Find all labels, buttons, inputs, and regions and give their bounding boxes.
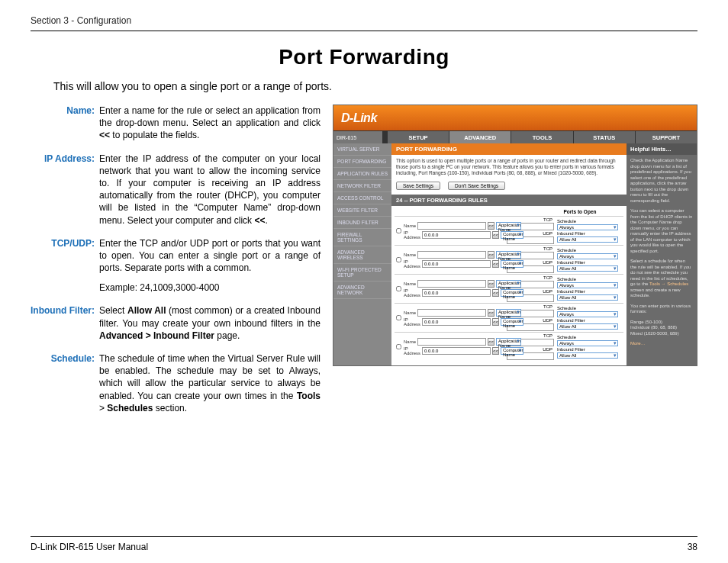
- rule-name-input[interactable]: [417, 251, 486, 259]
- application-name-select[interactable]: Application Name: [496, 280, 521, 288]
- dlink-logo: D-Link: [341, 111, 377, 125]
- application-name-select[interactable]: Application Name: [496, 309, 521, 317]
- comp-copy-button[interactable]: <<: [492, 347, 499, 355]
- sidebar-item-advanced-network[interactable]: ADVANCED NETWORK: [333, 282, 391, 299]
- intro-text: This will allow you to open a single por…: [53, 80, 697, 92]
- schedule-select[interactable]: Always: [557, 311, 618, 317]
- hints-body: Check the Application Name drop down men…: [627, 155, 697, 355]
- dont-save-settings-button[interactable]: Don't Save Settings: [448, 182, 505, 190]
- computer-name-select[interactable]: Computer Name: [501, 347, 523, 355]
- schedule-select[interactable]: Always: [557, 340, 618, 346]
- rule-name-input[interactable]: [417, 222, 486, 230]
- content-row: Name: Enter a name for the rule or selec…: [31, 105, 697, 425]
- section-header: Section 3 - Configuration: [31, 15, 697, 31]
- rule-enable-checkbox[interactable]: [396, 286, 401, 291]
- rules-title: 24 -- PORT FORWARDING RULES: [391, 195, 627, 206]
- rule-name-input[interactable]: [417, 309, 486, 317]
- application-name-select[interactable]: Application Name: [496, 338, 521, 346]
- ip-label: IP Address: [404, 230, 420, 240]
- inbound-filter-select[interactable]: Allow All: [557, 352, 618, 359]
- model-label: DIR-615: [333, 131, 387, 143]
- save-settings-button[interactable]: Save Settings: [396, 182, 440, 190]
- sidebar-item-application-rules[interactable]: APPLICATION RULES: [333, 168, 391, 180]
- rule-row: Name<<Application NameIP Address<<Comput…: [395, 216, 623, 245]
- rule-ip-input[interactable]: [422, 347, 491, 355]
- inbound-filter-select[interactable]: Allow All: [557, 265, 618, 272]
- sidebar-item-port-forwarding[interactable]: PORT FORWARDING: [333, 156, 391, 168]
- sidebar-item-virtual-server[interactable]: VIRTUAL SERVER: [333, 143, 391, 156]
- computer-name-select[interactable]: Computer Name: [501, 318, 523, 326]
- rule-enable-checkbox[interactable]: [396, 257, 401, 262]
- tab-advanced[interactable]: ADVANCED: [449, 131, 511, 143]
- name-label: Name: [404, 282, 416, 286]
- app-copy-button[interactable]: <<: [488, 280, 494, 288]
- inbound-filter-select[interactable]: Allow All: [557, 236, 618, 243]
- ss-nav-row: DIR-615 SETUPADVANCEDTOOLSSTATUSSUPPORT: [333, 131, 697, 143]
- computer-name-select[interactable]: Computer Name: [501, 231, 523, 239]
- inbound-filter-label: Inbound Filter: [557, 289, 618, 294]
- page-title: Port Forwarding: [31, 45, 697, 69]
- tools-schedules-link[interactable]: Tools → Schedules: [649, 282, 688, 286]
- computer-name-select[interactable]: Computer Name: [501, 289, 523, 297]
- def-inbound-label: Inbound Filter:: [31, 304, 99, 342]
- ip-label: IP Address: [404, 288, 420, 298]
- tab-setup[interactable]: SETUP: [387, 131, 449, 143]
- schedule-label: Schedule: [557, 248, 618, 253]
- rule-ip-input[interactable]: [422, 318, 491, 326]
- application-name-select[interactable]: Application Name: [496, 251, 521, 259]
- app-copy-button[interactable]: <<: [488, 309, 494, 317]
- app-copy-button[interactable]: <<: [488, 222, 494, 230]
- rule-row: Name<<Application NameIP Address<<Comput…: [395, 303, 623, 332]
- sidebar-item-network-filter[interactable]: NETWORK FILTER: [333, 180, 391, 192]
- schedule-select[interactable]: Always: [557, 253, 618, 259]
- footer-manual: D-Link DIR-615 User Manual: [31, 542, 148, 552]
- sidebar-item-access-control[interactable]: ACCESS CONTROL: [333, 192, 391, 204]
- application-name-select[interactable]: Application Name: [496, 222, 521, 230]
- hints-p2: You can select a computer from the list …: [630, 208, 693, 254]
- rule-name-input[interactable]: [417, 280, 486, 288]
- inbound-filter-select[interactable]: Allow All: [557, 294, 618, 301]
- comp-copy-button[interactable]: <<: [492, 260, 499, 268]
- comp-copy-button[interactable]: <<: [492, 289, 499, 297]
- tab-tools[interactable]: TOOLS: [511, 131, 572, 143]
- rule-enable-checkbox[interactable]: [396, 228, 401, 233]
- tab-status[interactable]: STATUS: [573, 131, 635, 143]
- app-copy-button[interactable]: <<: [488, 251, 494, 259]
- inbound-filter-label: Inbound Filter: [557, 347, 618, 352]
- sidebar-item-inbound-filter[interactable]: INBOUND FILTER: [333, 217, 391, 229]
- rule-enable-checkbox[interactable]: [396, 315, 401, 320]
- sidebar-item-wi-fi-protected-setup[interactable]: WI-FI PROTECTED SETUP: [333, 264, 391, 282]
- rule-ip-input[interactable]: [422, 289, 491, 297]
- footer-page: 38: [688, 542, 697, 552]
- rule-enable-checkbox[interactable]: [396, 344, 401, 349]
- hints-p3: Select a schedule for when the rule will…: [630, 259, 693, 299]
- app-copy-button[interactable]: <<: [488, 338, 494, 346]
- hints-p4: You can enter ports in various formats:: [630, 304, 693, 315]
- panel-desc: This option is used to open multiple por…: [391, 155, 627, 179]
- schedule-select[interactable]: Always: [557, 224, 618, 230]
- inbound-filter-select[interactable]: Allow All: [557, 323, 618, 330]
- name-label: Name: [404, 310, 416, 315]
- def-inbound-body: Select Allow All (most common) or a crea…: [99, 304, 321, 342]
- sidebar-item-website-filter[interactable]: WEBSITE FILTER: [333, 204, 391, 217]
- def-name-body: Enter a name for the rule or select an a…: [99, 105, 321, 142]
- rule-name-input[interactable]: [417, 338, 486, 346]
- ip-label: IP Address: [404, 317, 420, 327]
- sidebar-item-advanced-wireless[interactable]: ADVANCED WIRELESS: [333, 246, 391, 264]
- inbound-filter-label: Inbound Filter: [557, 231, 618, 236]
- rule-ip-input[interactable]: [422, 231, 491, 239]
- def-ip: IP Address: Enter the IP address of the …: [31, 153, 321, 227]
- sidebar-item-firewall-settings[interactable]: FIREWALL SETTINGS: [333, 229, 391, 246]
- tab-support[interactable]: SUPPORT: [635, 131, 697, 143]
- more-link[interactable]: More…: [630, 341, 693, 347]
- schedule-select[interactable]: Always: [557, 282, 618, 288]
- panel-title: PORT FORWARDING: [391, 143, 627, 155]
- computer-name-select[interactable]: Computer Name: [501, 260, 523, 268]
- rule-ip-input[interactable]: [422, 260, 491, 268]
- def-ip-body: Enter the IP address of the computer on …: [99, 153, 321, 227]
- comp-copy-button[interactable]: <<: [492, 318, 499, 326]
- name-label: Name: [404, 339, 416, 344]
- ss-main: PORT FORWARDING This option is used to o…: [391, 143, 627, 365]
- ip-label: IP Address: [404, 259, 420, 269]
- comp-copy-button[interactable]: <<: [492, 231, 499, 239]
